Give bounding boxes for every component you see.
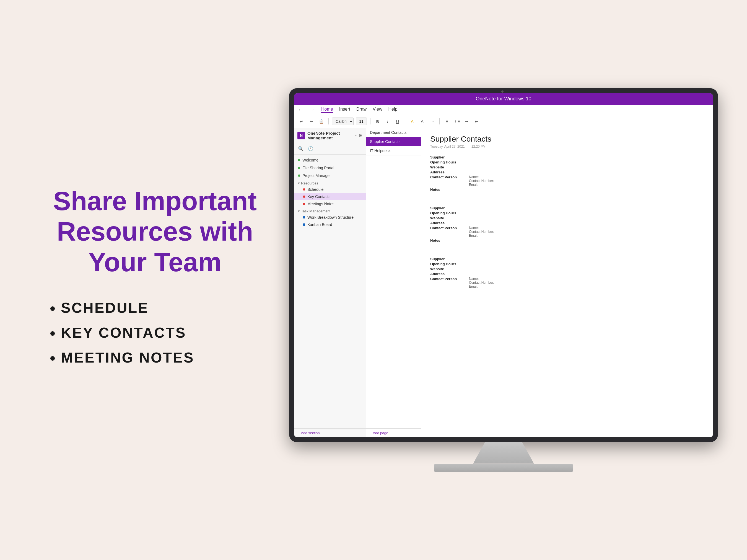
resources-label: Resources [301, 181, 318, 185]
numbered-list-button[interactable]: ⋮≡ [453, 117, 461, 125]
task-management-label: Task Management [301, 209, 330, 213]
supplier-3-contact-value: Name: Contact Number: Email: [469, 277, 704, 288]
schedule-label: Schedule [307, 187, 324, 192]
key-contacts-dot [303, 195, 305, 198]
supplier-3-label: Supplier [430, 257, 469, 261]
supplier-1-contact-row: Contact Person Name: Contact Number: Ema… [430, 175, 704, 187]
monitor-base [434, 464, 573, 472]
supplier-3-website-label: Website [430, 267, 469, 271]
nav-item-draw[interactable]: Draw [356, 107, 367, 113]
nav-item-view[interactable]: View [373, 107, 382, 113]
add-section-label: + Add section [298, 431, 319, 435]
chevron-task-icon: ▾ [298, 209, 300, 213]
bold-button[interactable]: B [374, 117, 382, 125]
supplier-2-contact-name: Name: [469, 226, 704, 230]
clock-icon[interactable]: 🕐 [307, 145, 314, 153]
website-label: Website [430, 165, 469, 169]
supplier-1-notes-value [469, 187, 704, 192]
group-resources[interactable]: ▾ Resources [294, 180, 366, 186]
supplier-2-address-row: Address [430, 221, 704, 225]
sidebar: N OneNote Project Management ▾ ⊞ 🔍 🕐 Wel… [294, 128, 366, 437]
supplier-3-contact-label: Contact Person [430, 277, 469, 288]
font-color-button[interactable]: A [418, 117, 426, 125]
nav-items: Home Insert Draw View Help [321, 107, 397, 113]
welcome-dot [298, 159, 300, 161]
note-time: 12:20 PM [471, 144, 486, 149]
add-page-icon[interactable]: ⊞ [359, 133, 362, 138]
font-selector[interactable]: Calibri [332, 117, 354, 125]
bullet-item-key-contacts: KEY CONTACTS [61, 324, 271, 341]
page-item-supplier-contacts[interactable]: Supplier Contacts [366, 137, 421, 146]
left-panel: Share Important Resources with Your Team… [22, 186, 271, 374]
page-item-it-helpdesk[interactable]: IT Helpdesk [366, 146, 421, 155]
italic-button[interactable]: I [384, 117, 391, 125]
camera-dot [501, 90, 504, 92]
notebook-name[interactable]: OneNote Project Management [307, 131, 353, 140]
supplier-1-supplier-value [469, 155, 704, 159]
hours-label: Opening Hours [430, 160, 469, 164]
headline: Share Important Resources with Your Team [39, 186, 271, 277]
notebook-chevron-icon[interactable]: ▾ [355, 134, 357, 137]
toolbar-sep-1 [328, 118, 329, 125]
clipboard-button[interactable]: 📋 [317, 117, 325, 125]
font-size-input[interactable] [356, 117, 367, 125]
supplier-2-contact-value: Name: Contact Number: Email: [469, 226, 704, 238]
wbs-label: Work Breakdown Structure [307, 215, 354, 219]
supplier-3-website-row: Website [430, 267, 704, 271]
kanban-dot [303, 223, 305, 226]
supplier-block-3: Supplier Opening Hours Website Addr [430, 257, 704, 295]
supplier-3-supplier-value [469, 257, 704, 261]
page-item-dept-contacts[interactable]: Department Contacts [366, 128, 421, 137]
notes-label-2: Notes [430, 238, 469, 242]
supplier-2-label: Supplier [430, 206, 469, 210]
add-page-bar[interactable]: + Add page [366, 428, 421, 437]
back-arrow[interactable]: ← [298, 107, 303, 113]
group-task-management[interactable]: ▾ Task Management [294, 207, 366, 214]
supplier-3-address-label: Address [430, 272, 469, 276]
supplier-2-website-value [469, 216, 704, 220]
bullet-item-schedule: SCHEDULE [61, 299, 271, 316]
add-section-bar[interactable]: + Add section [294, 428, 366, 437]
nav-item-help[interactable]: Help [388, 107, 397, 113]
note-title: Supplier Contacts [430, 135, 704, 143]
welcome-label: Welcome [302, 158, 318, 162]
supplier-2-hours-label: Opening Hours [430, 211, 469, 215]
supplier-3-hours-label: Opening Hours [430, 262, 469, 266]
indent-button[interactable]: ⇥ [463, 117, 471, 125]
file-sharing-dot [298, 167, 300, 169]
undo-button[interactable]: ↩ [298, 117, 305, 125]
redo-button[interactable]: ↪ [307, 117, 315, 125]
supplier-2-contact-number: Contact Number: [469, 230, 704, 234]
wbs-dot [303, 216, 305, 218]
supplier-2-supplier-row: Supplier [430, 206, 704, 210]
sidebar-item-schedule[interactable]: Schedule [294, 186, 366, 193]
sidebar-item-key-contacts[interactable]: Key Contacts [294, 193, 366, 200]
key-contacts-label: Key Contacts [307, 194, 330, 199]
supplier-2-notes-value [469, 238, 704, 242]
supplier-block-1: Supplier Opening Hours Website Addr [430, 155, 704, 198]
supplier-3-contact-name: Name: [469, 277, 704, 281]
more-options-button[interactable]: ··· [428, 117, 436, 125]
underline-button[interactable]: U [394, 117, 402, 125]
sidebar-item-kanban[interactable]: Kanban Board [294, 221, 366, 228]
supplier-3-hours-row: Opening Hours [430, 262, 704, 266]
toolbar-sep-2 [370, 118, 370, 125]
list-button[interactable]: ≡ [443, 117, 451, 125]
sidebar-top: N OneNote Project Management ▾ ⊞ [294, 128, 366, 143]
sidebar-item-welcome[interactable]: Welcome [294, 156, 366, 164]
nav-item-insert[interactable]: Insert [339, 107, 350, 113]
meetings-label: Meetings Notes [307, 202, 334, 206]
highlight-button[interactable]: A [408, 117, 416, 125]
supplier-3-contact-email: Email: [469, 285, 704, 288]
monitor-frame: OneNote for Windows 10 ← → Home Insert D… [289, 88, 718, 442]
outdent-button[interactable]: ⇤ [473, 117, 481, 125]
search-icon[interactable]: 🔍 [297, 145, 305, 153]
sidebar-item-wbs[interactable]: Work Breakdown Structure [294, 214, 366, 221]
forward-arrow[interactable]: → [310, 107, 314, 113]
note-meta: Tuesday, April 27, 2021 12:20 PM [430, 144, 704, 149]
supplier-2-website-row: Website [430, 216, 704, 220]
sidebar-item-file-sharing[interactable]: File Sharing Portal [294, 164, 366, 172]
nav-item-home[interactable]: Home [321, 107, 333, 113]
sidebar-item-project-manager[interactable]: Project Manager [294, 172, 366, 180]
sidebar-item-meetings-notes[interactable]: Meetings Notes [294, 200, 366, 207]
